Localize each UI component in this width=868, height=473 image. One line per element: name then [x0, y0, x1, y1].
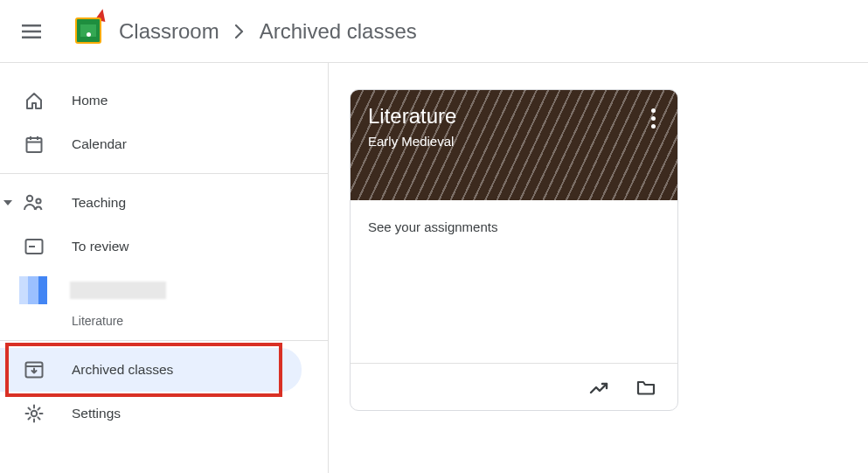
- class-avatar: [19, 276, 47, 304]
- main-content: Literature Early Medieval See your assig…: [329, 63, 868, 473]
- archive-icon: [23, 358, 45, 381]
- assignments-link[interactable]: See your assignments: [368, 219, 497, 234]
- sidebar-divider: [0, 173, 328, 174]
- classroom-logo: [75, 17, 103, 45]
- sidebar-divider: [0, 340, 328, 341]
- svg-point-5: [31, 411, 37, 416]
- svg-rect-0: [27, 138, 42, 152]
- svg-point-2: [36, 198, 40, 203]
- sidebar-group-teaching[interactable]: Teaching: [0, 181, 328, 225]
- sidebar-item-label: Home: [72, 93, 108, 108]
- redacted-class-name: [70, 282, 166, 299]
- kebab-dot: [651, 116, 656, 121]
- gear-icon: [23, 402, 45, 425]
- inbox-icon: [23, 235, 45, 258]
- folder-icon[interactable]: [634, 375, 658, 400]
- people-icon: [23, 191, 45, 214]
- class-card-section: Early Medieval: [368, 134, 660, 149]
- sidebar-item-label: To review: [72, 239, 128, 254]
- sidebar-item-class-section[interactable]: Literature: [0, 309, 328, 333]
- sidebar-item-label: Teaching: [72, 195, 126, 211]
- sidebar: Home Calendar Teaching: [0, 63, 329, 473]
- home-icon: [23, 89, 45, 112]
- chevron-down-icon: [3, 200, 12, 205]
- sidebar-item-settings[interactable]: Settings: [0, 392, 328, 435]
- chevron-right-icon: [235, 24, 244, 38]
- sidebar-item-archived-classes[interactable]: Archived classes: [0, 348, 302, 392]
- calendar-icon: [23, 133, 45, 156]
- sidebar-item-class[interactable]: [0, 268, 328, 312]
- class-card-body: See your assignments: [351, 200, 677, 363]
- sidebar-item-label: Archived classes: [72, 362, 173, 378]
- trending-up-icon[interactable]: [588, 375, 613, 400]
- kebab-dot: [651, 124, 656, 129]
- sidebar-item-label: Settings: [72, 406, 121, 421]
- class-card-footer: [351, 363, 677, 410]
- class-card-more-button[interactable]: [637, 102, 669, 134]
- main-menu-button[interactable]: [14, 14, 49, 49]
- sidebar-item-to-review[interactable]: To review: [0, 225, 328, 268]
- kebab-dot: [651, 108, 656, 113]
- class-card-header[interactable]: Literature Early Medieval: [351, 90, 677, 200]
- sidebar-item-home[interactable]: Home: [0, 79, 328, 122]
- breadcrumb: Classroom Archived classes: [119, 19, 417, 44]
- svg-point-1: [27, 196, 32, 201]
- breadcrumb-root[interactable]: Classroom: [119, 19, 219, 44]
- breadcrumb-current: Archived classes: [260, 19, 417, 44]
- app-header: Classroom Archived classes: [0, 0, 868, 63]
- sidebar-item-label: Literature: [72, 314, 123, 328]
- sidebar-item-label: Calendar: [72, 136, 127, 152]
- class-card[interactable]: Literature Early Medieval See your assig…: [350, 89, 678, 411]
- class-card-title: Literature: [368, 104, 660, 129]
- hamburger-icon: [22, 24, 41, 38]
- sidebar-item-calendar[interactable]: Calendar: [0, 122, 328, 166]
